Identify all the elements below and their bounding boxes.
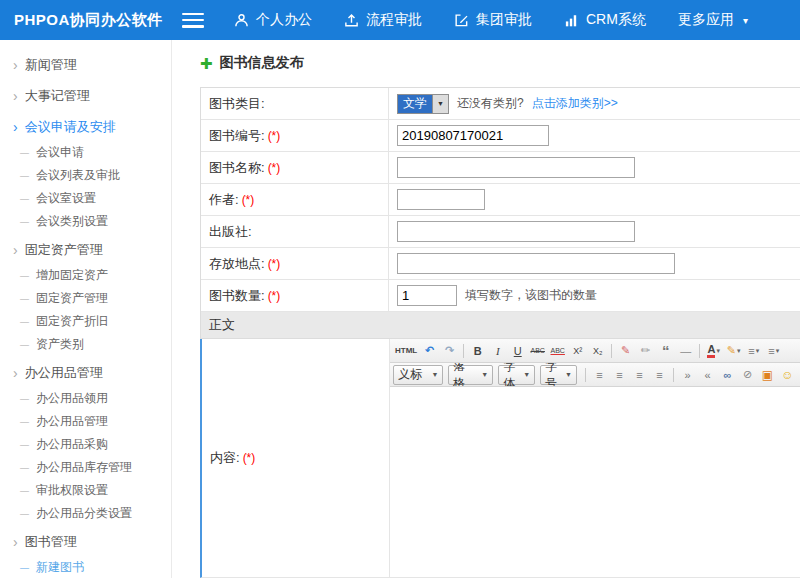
sidebar-group[interactable]: ›大事记管理 [0, 82, 171, 110]
book-code-label-cell: 图书编号:(*) [201, 120, 389, 151]
image-icon[interactable]: ▣ [758, 365, 777, 384]
dash-icon: — [20, 394, 29, 404]
redo-icon[interactable]: ↷ [440, 341, 459, 360]
sidebar-group[interactable]: ›新闻管理 [0, 51, 171, 79]
bold-icon[interactable]: B [468, 341, 487, 360]
dash-icon: — [20, 463, 29, 473]
caret-down-icon: ▾ [776, 347, 780, 355]
undo-icon[interactable]: ↶ [420, 341, 439, 360]
font-family-dropdown[interactable]: 字体▼ [498, 365, 535, 385]
spellcheck-icon[interactable]: ABC [548, 341, 567, 360]
sidebar-item[interactable]: —会议类别设置 [0, 210, 171, 233]
toolbar-separator [585, 368, 586, 382]
nav-group-approval[interactable]: 集团审批 [454, 11, 532, 29]
font-size-dropdown[interactable]: 字号▼ [540, 365, 577, 385]
sidebar-item-label: 会议类别设置 [36, 213, 108, 230]
sidebar-item[interactable]: —会议申请 [0, 141, 171, 164]
sidebar-item[interactable]: —办公用品领用 [0, 387, 171, 410]
form-row: 图书名称:(*) [201, 152, 800, 184]
sidebar-item[interactable]: —新建图书 [0, 556, 171, 578]
nav-more-apps[interactable]: 更多应用 ▾ [678, 11, 748, 29]
align-center-icon[interactable]: ≡ [610, 365, 629, 384]
unlink-icon[interactable]: ⊘ [738, 365, 757, 384]
italic-icon[interactable]: I [488, 341, 507, 360]
location-input[interactable] [397, 253, 675, 274]
publisher-label: 出版社: [209, 223, 252, 241]
sidebar-group[interactable]: ›办公用品管理 [0, 359, 171, 387]
paragraph-format-dropdown[interactable]: 段落格式▼ [448, 365, 493, 385]
chevron-right-icon: › [13, 243, 18, 257]
dash-icon: — [20, 194, 29, 204]
emoticon-icon[interactable]: ☺ [778, 365, 797, 384]
sidebar-item[interactable]: —办公用品分类设置 [0, 502, 171, 525]
chevron-right-icon: › [13, 89, 18, 103]
user-icon [234, 13, 249, 28]
highlight-color-icon[interactable]: ✎▾ [724, 341, 743, 360]
subscript-icon[interactable]: X₂ [588, 341, 607, 360]
caret-down-icon: ▼ [481, 371, 488, 378]
sidebar-item-label: 固定资产折旧 [36, 313, 108, 330]
book-name-input[interactable] [397, 157, 635, 178]
align-right-icon[interactable]: ≡ [630, 365, 649, 384]
required-mark: (*) [243, 451, 256, 465]
sidebar-item[interactable]: —审批权限设置 [0, 479, 171, 502]
nav-personal-office[interactable]: 个人办公 [234, 11, 312, 29]
publisher-input[interactable] [397, 221, 635, 242]
author-label-cell: 作者:(*) [201, 184, 389, 215]
book-code-input[interactable] [397, 125, 549, 146]
book-name-label-cell: 图书名称:(*) [201, 152, 389, 183]
sidebar-item-label: 新闻管理 [25, 56, 77, 74]
category-select[interactable]: 文学▼ [397, 94, 449, 114]
sidebar-menu: ›新闻管理›大事记管理›会议申请及安排—会议申请—会议列表及审批—会议室设置—会… [0, 40, 172, 578]
indent-icon[interactable]: » [678, 365, 697, 384]
sidebar-item[interactable]: —固定资产折旧 [0, 310, 171, 333]
sidebar-item[interactable]: —资产类别 [0, 333, 171, 356]
dash-icon: — [20, 294, 29, 304]
form-row: 图书编号:(*) [201, 120, 800, 152]
sidebar-item[interactable]: —会议室设置 [0, 187, 171, 210]
nav-label: CRM系统 [586, 11, 646, 29]
category-hint: 还没有类别? [457, 95, 524, 112]
add-category-link[interactable]: 点击添加类别>> [532, 95, 618, 112]
quantity-input[interactable] [397, 285, 457, 306]
sidebar-item[interactable]: —增加固定资产 [0, 264, 171, 287]
sidebar-item[interactable]: —办公用品管理 [0, 410, 171, 433]
align-left-icon[interactable]: ≡ [590, 365, 609, 384]
font-color-icon[interactable]: A▾ [704, 341, 723, 360]
blockquote-icon[interactable]: “ [656, 341, 675, 360]
ordered-list-icon[interactable]: ≡▾ [744, 341, 763, 360]
section-title: 正文 [209, 316, 235, 334]
sidebar-group[interactable]: ›图书管理 [0, 528, 171, 556]
edit-icon [454, 13, 469, 28]
caret-down-icon: ▾ [737, 347, 741, 355]
app-logo[interactable]: PHPOA协同办公软件 [0, 11, 172, 30]
remove-format-icon[interactable]: ✎ [616, 341, 635, 360]
underline-icon[interactable]: U [508, 341, 527, 360]
outdent-icon[interactable]: « [698, 365, 717, 384]
sidebar-group[interactable]: ›固定资产管理 [0, 236, 171, 264]
strikethrough-icon[interactable]: ABC [528, 341, 547, 360]
hamburger-menu-icon[interactable] [182, 13, 204, 28]
sidebar-item[interactable]: —固定资产管理 [0, 287, 171, 310]
align-justify-icon[interactable]: ≡ [650, 365, 669, 384]
sidebar-item[interactable]: —办公用品采购 [0, 433, 171, 456]
unordered-list-icon[interactable]: ≡▾ [764, 341, 783, 360]
sidebar-item-label: 会议申请及安排 [25, 118, 116, 136]
sidebar-group[interactable]: ›会议申请及安排 [0, 113, 171, 141]
sidebar-item[interactable]: —办公用品库存管理 [0, 456, 171, 479]
nav-process-approval[interactable]: 流程审批 [344, 11, 422, 29]
sidebar-item[interactable]: —会议列表及审批 [0, 164, 171, 187]
format-painter-icon[interactable]: ✏ [636, 341, 655, 360]
link-icon[interactable]: ∞ [718, 365, 737, 384]
form-row: 图书数量:(*)填写数字，该图书的数量 [201, 280, 800, 312]
sidebar-item-label: 图书管理 [25, 533, 77, 551]
sidebar-item-label: 会议室设置 [36, 190, 96, 207]
nav-crm-system[interactable]: CRM系统 [564, 11, 646, 29]
editor-content[interactable] [390, 387, 800, 577]
horizontal-rule-icon[interactable]: — [676, 341, 695, 360]
source-icon[interactable]: HTML [393, 341, 419, 360]
custom-title-dropdown[interactable]: 自定义标题▼ [393, 365, 443, 385]
superscript-icon[interactable]: X² [568, 341, 587, 360]
author-input[interactable] [397, 189, 485, 210]
book-category-field-cell: 文学▼还没有类别?点击添加类别>> [389, 88, 800, 119]
